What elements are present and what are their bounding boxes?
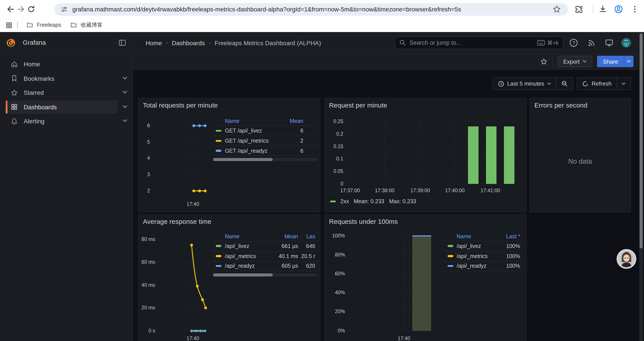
legend-col-name[interactable]: Name [212,233,269,239]
legend-scrollbar-thumb[interactable] [213,158,273,161]
legend-row[interactable]: /api/_metrics 100% [444,251,522,261]
page-scrollbar-thumb[interactable] [640,33,643,248]
sidebar-item-bookmarks[interactable]: Bookmarks [6,72,117,85]
series-last: 20.5 r [298,253,318,259]
series-name: /api/_metrics [456,253,500,259]
assistant-avatar[interactable] [616,249,636,269]
download-icon[interactable] [598,5,607,14]
legend-scrollbar[interactable] [212,158,318,161]
legend-col-last[interactable]: Las [298,233,318,239]
sidebar-toggle-icon[interactable] [119,39,126,46]
monitor-icon[interactable] [604,38,614,47]
help-icon[interactable]: ? [569,38,578,47]
panel-errors-per-second[interactable]: Errors per second No data [530,98,631,212]
chevron-down-icon[interactable] [122,77,127,80]
time-range-button[interactable]: Last 5 minutes [493,78,556,90]
extensions-icon[interactable] [575,5,584,14]
url-bar[interactable] [54,3,568,16]
user-avatar[interactable] [621,38,631,48]
favorite-star-icon[interactable] [540,58,547,65]
chevron-down-icon[interactable] [122,91,127,94]
bookmark-star-icon[interactable] [552,5,561,14]
apps-grid-icon[interactable] [5,22,13,29]
legend-col-mean[interactable]: Mean [269,233,298,239]
legend[interactable]: 2xx Mean: 0.233 Max: 0.233 [330,198,416,204]
dashboards-grid-icon [10,103,18,111]
zoom-out-icon [561,80,568,87]
legend-row[interactable]: GET /api/_metrics 2 [212,136,318,146]
y-tick: 0% [338,327,345,333]
legend-col-last[interactable]: Last * [500,233,522,239]
panel-avg-response-time[interactable]: Average response time 80 ms 60 ms 40 ms … [138,214,320,341]
series-name: /api/_livez [456,243,500,249]
forward-icon[interactable] [17,5,26,14]
legend-row[interactable]: GET /api/_readyz 6 [212,146,318,156]
legend-row[interactable]: /api/_readyz 100% [444,261,522,271]
y-tick: 100% [332,233,345,238]
legend-row[interactable]: /api/_metrics 40.1 ms 20.5 r [212,251,318,261]
sidebar-item-home[interactable]: Home [6,58,117,71]
legend-col-name[interactable]: Name [444,233,500,239]
refresh-interval-button[interactable] [617,78,630,90]
search-input[interactable] [410,40,534,46]
legend-scrollbar-thumb[interactable] [213,273,273,276]
chevron-down-icon [547,82,551,85]
breadcrumb-dashboards[interactable]: Dashboards [172,39,205,46]
no-data-message: No data [530,158,630,165]
share-dropdown-button[interactable] [624,56,634,67]
series-mean: 6 [287,148,318,154]
legend-row[interactable]: /api/_livez 100% [444,241,522,251]
legend-col-mean[interactable]: Mean [287,118,318,124]
export-button[interactable]: Export [558,56,592,67]
chevron-down-icon[interactable] [122,119,127,122]
profile-icon[interactable] [614,5,623,14]
refresh-button[interactable]: Refresh [578,78,616,90]
folder-icon [26,22,33,29]
search-box[interactable]: ⌘+k [394,37,563,49]
site-settings-icon[interactable] [60,6,68,13]
chevron-down-icon[interactable] [122,105,127,108]
series-name: GET /api/_livez [225,128,287,134]
x-tick: 17:40:00 [445,188,464,193]
bookmark-folder-freeleaps[interactable]: Freeleaps [23,20,65,30]
sidebar-item-alerting[interactable]: Alerting [6,115,117,128]
series-mean: 40.1 ms [269,253,298,259]
news-rss-icon[interactable] [587,38,596,47]
legend-row[interactable]: /api/_readyz 605 µs 620 [212,261,318,271]
chevron-down-icon [583,60,587,63]
breadcrumb-home[interactable]: Home [146,39,162,46]
sidebar-item-starred[interactable]: Starred [6,86,117,99]
zoom-out-button[interactable] [556,78,573,90]
clock-icon [498,81,504,87]
url-input[interactable] [72,6,562,13]
series-mean: 605 µs [269,263,298,269]
legend-row[interactable]: /api/_livez 661 µs 646 [212,241,318,251]
x-tick: 17:41:00 [480,188,500,193]
legend-col-name[interactable]: Name [212,118,287,124]
area-fill [412,236,431,331]
y-tick: 4 [147,155,150,161]
series-last: 100% [500,253,522,259]
y-tick: 0.25 [333,119,343,124]
share-button[interactable]: Share [597,56,624,67]
panel-requests-under-100ms[interactable]: Requests under 100ms 100% 80% 60% 40% 20… [324,214,526,341]
legend-table: Name Mean GET /api/_livez 6 GET /api/_me… [212,117,318,161]
panel-total-requests[interactable]: Total requests per minute 6 5 4 3 2 17:4… [138,98,320,212]
reload-icon[interactable] [27,5,36,14]
grafana-logo[interactable] [6,38,16,48]
panel-request-per-minute[interactable]: Request per minute 0.25 0.2 0.15 0.1 0.0… [324,98,526,212]
bookmark-folder-blogs[interactable]: 收藏博客 [67,20,106,30]
series-mean: 661 µs [269,243,298,249]
legend-scrollbar[interactable] [212,273,318,276]
x-tick: 17:40 [186,201,199,207]
y-tick: 60% [335,270,345,276]
series-swatch [216,140,222,142]
menu-dots-icon[interactable] [630,5,639,14]
legend-header: Name Last * [444,232,522,241]
x-tick: 17:39:00 [410,188,430,193]
legend-header: Name Mean [212,117,318,126]
series-mean: Mean: 0.233 [354,198,384,204]
back-icon[interactable] [6,5,15,14]
sidebar-item-dashboards[interactable]: Dashboards [6,100,117,113]
legend-row[interactable]: GET /api/_livez 6 [212,126,318,136]
